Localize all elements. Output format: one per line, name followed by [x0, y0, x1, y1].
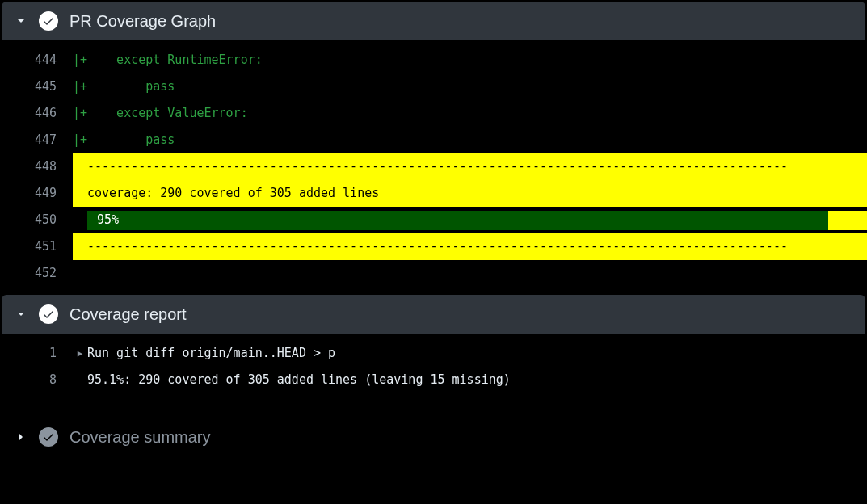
- section-coverage-report: Coverage report 1 ▶ Run git diff origin/…: [0, 295, 867, 400]
- divider-dashes: ----------------------------------------…: [87, 233, 867, 260]
- line-number: 1: [0, 340, 73, 367]
- log-line: 445 |+ pass: [0, 74, 867, 100]
- chevron-down-icon[interactable]: [15, 15, 27, 27]
- line-number: 444: [0, 47, 73, 74]
- log-line: 451 ------------------------------------…: [0, 233, 867, 260]
- log-line: 1 ▶ Run git diff origin/main..HEAD > p: [0, 340, 867, 367]
- gutter: [73, 207, 87, 233]
- line-number: 450: [0, 207, 73, 233]
- line-number: 451: [0, 233, 73, 260]
- log-line: 447 |+ pass: [0, 127, 867, 153]
- coverage-bar-remaining: [828, 211, 867, 230]
- coverage-text: coverage: 290 covered of 305 added lines: [87, 180, 867, 207]
- section-pr-coverage-graph: PR Coverage Graph 444 |+ except RuntimeE…: [0, 2, 867, 293]
- coverage-bar-fill: 95%: [87, 211, 828, 230]
- code-content: pass: [87, 127, 867, 153]
- gutter: [73, 367, 87, 393]
- log-line: 449 coverage: 290 covered of 305 added l…: [0, 180, 867, 207]
- code-content: pass: [87, 74, 867, 100]
- section-title: PR Coverage Graph: [69, 12, 216, 31]
- log-line: 8 95.1%: 290 covered of 305 added lines …: [0, 367, 867, 393]
- diff-marker: |+: [73, 47, 87, 74]
- log-line: 452: [0, 260, 867, 287]
- check-icon: [39, 304, 58, 324]
- diff-marker: |+: [73, 127, 87, 153]
- diff-marker: |+: [73, 100, 87, 127]
- divider-dashes: ----------------------------------------…: [87, 153, 867, 180]
- run-command[interactable]: Run git diff origin/main..HEAD > p: [87, 340, 867, 367]
- log-line: 446 |+ except ValueError:: [0, 100, 867, 127]
- code-content: except ValueError:: [87, 100, 867, 127]
- gutter: [73, 153, 87, 180]
- section-title: Coverage summary: [69, 428, 211, 447]
- section-header[interactable]: PR Coverage Graph: [2, 2, 865, 40]
- code-content: [87, 260, 867, 287]
- line-number: 447: [0, 127, 73, 153]
- chevron-down-icon[interactable]: [15, 308, 27, 321]
- coverage-summary-text: 95.1%: 290 covered of 305 added lines (l…: [87, 367, 867, 393]
- section-title: Coverage report: [69, 305, 187, 324]
- line-number: 445: [0, 74, 73, 100]
- coverage-bar: 95%: [87, 211, 867, 230]
- log-body: 1 ▶ Run git diff origin/main..HEAD > p 8…: [0, 334, 867, 400]
- line-number: 446: [0, 100, 73, 127]
- section-coverage-summary: Coverage summary: [0, 418, 867, 456]
- gutter: [73, 233, 87, 260]
- line-number: 8: [0, 367, 73, 393]
- log-body: 444 |+ except RuntimeError: 445 |+ pass …: [0, 40, 867, 293]
- log-line: 444 |+ except RuntimeError:: [0, 47, 867, 74]
- code-content: except RuntimeError:: [87, 47, 867, 74]
- section-header[interactable]: Coverage summary: [2, 418, 865, 456]
- disclosure-triangle-icon[interactable]: ▶: [73, 340, 87, 367]
- line-number: 448: [0, 153, 73, 180]
- coverage-percent: 95%: [97, 207, 119, 233]
- check-icon: [39, 11, 58, 31]
- section-header[interactable]: Coverage report: [2, 295, 865, 334]
- check-icon: [39, 427, 58, 447]
- log-line-coverage-bar: 450 95%: [0, 207, 867, 233]
- line-number: 452: [0, 260, 73, 287]
- log-line: 448 ------------------------------------…: [0, 153, 867, 180]
- gutter: [73, 260, 87, 287]
- chevron-right-icon[interactable]: [15, 430, 27, 443]
- gutter: [73, 180, 87, 207]
- diff-marker: |+: [73, 74, 87, 100]
- line-number: 449: [0, 180, 73, 207]
